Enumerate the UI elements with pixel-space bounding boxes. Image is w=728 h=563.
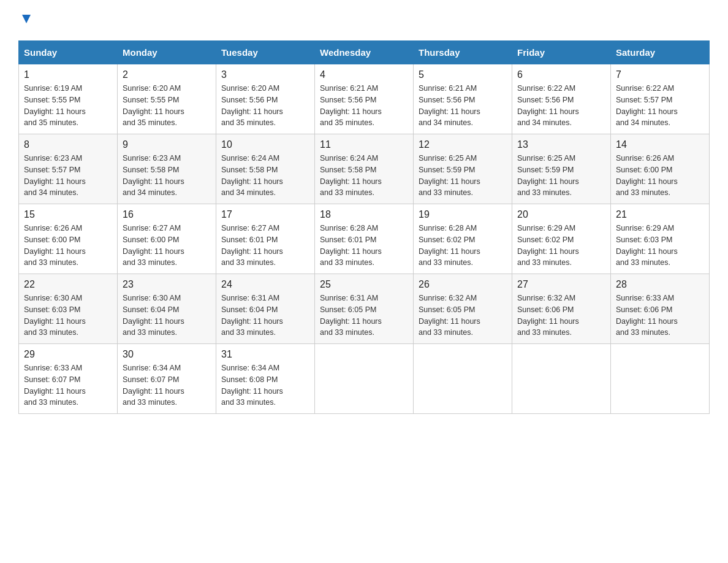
day-number: 8	[24, 139, 112, 150]
day-number: 14	[616, 139, 704, 150]
day-number: 6	[517, 69, 605, 80]
calendar-day-cell: 16Sunrise: 6:27 AMSunset: 6:00 PMDayligh…	[118, 204, 216, 274]
column-header-monday: Monday	[118, 41, 216, 64]
day-info: Sunrise: 6:28 AMSunset: 6:01 PMDaylight:…	[320, 223, 408, 269]
calendar-day-cell: 18Sunrise: 6:28 AMSunset: 6:01 PMDayligh…	[315, 204, 414, 274]
day-info: Sunrise: 6:22 AMSunset: 5:56 PMDaylight:…	[517, 83, 605, 129]
calendar-day-cell: 22Sunrise: 6:30 AMSunset: 6:03 PMDayligh…	[19, 274, 118, 344]
day-info: Sunrise: 6:34 AMSunset: 6:07 PMDaylight:…	[123, 362, 211, 408]
day-number: 17	[221, 209, 309, 220]
day-info: Sunrise: 6:31 AMSunset: 6:04 PMDaylight:…	[221, 293, 309, 339]
day-number: 29	[24, 349, 112, 360]
day-info: Sunrise: 6:28 AMSunset: 6:02 PMDaylight:…	[419, 223, 507, 269]
day-info: Sunrise: 6:20 AMSunset: 5:56 PMDaylight:…	[221, 83, 309, 129]
calendar-day-cell: 19Sunrise: 6:28 AMSunset: 6:02 PMDayligh…	[414, 204, 512, 274]
column-header-friday: Friday	[512, 41, 611, 64]
calendar-empty-cell	[414, 344, 512, 414]
day-info: Sunrise: 6:26 AMSunset: 6:00 PMDaylight:…	[616, 153, 704, 199]
column-header-thursday: Thursday	[414, 41, 512, 64]
calendar-day-cell: 27Sunrise: 6:32 AMSunset: 6:06 PMDayligh…	[512, 274, 611, 344]
day-number: 21	[616, 209, 704, 220]
day-info: Sunrise: 6:22 AMSunset: 5:57 PMDaylight:…	[616, 83, 704, 129]
calendar-day-cell: 28Sunrise: 6:33 AMSunset: 6:06 PMDayligh…	[611, 274, 710, 344]
day-info: Sunrise: 6:27 AMSunset: 6:01 PMDaylight:…	[221, 223, 309, 269]
day-number: 3	[221, 69, 309, 80]
calendar-week-row: 15Sunrise: 6:26 AMSunset: 6:00 PMDayligh…	[19, 204, 710, 274]
calendar-header-row: SundayMondayTuesdayWednesdayThursdayFrid…	[19, 41, 710, 64]
day-number: 5	[419, 69, 507, 80]
day-number: 10	[221, 139, 309, 150]
column-header-tuesday: Tuesday	[216, 41, 315, 64]
day-number: 25	[320, 279, 408, 290]
calendar-empty-cell	[611, 344, 710, 414]
svg-marker-0	[22, 15, 31, 23]
column-header-sunday: Sunday	[19, 41, 118, 64]
day-info: Sunrise: 6:20 AMSunset: 5:55 PMDaylight:…	[123, 83, 211, 129]
day-number: 11	[320, 139, 408, 150]
calendar-day-cell: 1Sunrise: 6:19 AMSunset: 5:55 PMDaylight…	[19, 64, 118, 134]
calendar-week-row: 29Sunrise: 6:33 AMSunset: 6:07 PMDayligh…	[19, 344, 710, 414]
calendar-day-cell: 9Sunrise: 6:23 AMSunset: 5:58 PMDaylight…	[118, 134, 216, 204]
calendar-day-cell: 2Sunrise: 6:20 AMSunset: 5:55 PMDaylight…	[118, 64, 216, 134]
day-info: Sunrise: 6:23 AMSunset: 5:57 PMDaylight:…	[24, 153, 112, 199]
calendar-week-row: 8Sunrise: 6:23 AMSunset: 5:57 PMDaylight…	[19, 134, 710, 204]
day-info: Sunrise: 6:32 AMSunset: 6:05 PMDaylight:…	[419, 293, 507, 339]
calendar-day-cell: 6Sunrise: 6:22 AMSunset: 5:56 PMDaylight…	[512, 64, 611, 134]
day-number: 19	[419, 209, 507, 220]
calendar-day-cell: 25Sunrise: 6:31 AMSunset: 6:05 PMDayligh…	[315, 274, 414, 344]
day-info: Sunrise: 6:29 AMSunset: 6:02 PMDaylight:…	[517, 223, 605, 269]
logo-triangle-icon	[20, 12, 33, 28]
calendar-week-row: 1Sunrise: 6:19 AMSunset: 5:55 PMDaylight…	[19, 64, 710, 134]
day-info: Sunrise: 6:25 AMSunset: 5:59 PMDaylight:…	[419, 153, 507, 199]
day-info: Sunrise: 6:33 AMSunset: 6:07 PMDaylight:…	[24, 362, 112, 408]
day-number: 31	[221, 349, 309, 360]
calendar-day-cell: 4Sunrise: 6:21 AMSunset: 5:56 PMDaylight…	[315, 64, 414, 134]
calendar-day-cell: 10Sunrise: 6:24 AMSunset: 5:58 PMDayligh…	[216, 134, 315, 204]
calendar-day-cell: 20Sunrise: 6:29 AMSunset: 6:02 PMDayligh…	[512, 204, 611, 274]
calendar-day-cell: 13Sunrise: 6:25 AMSunset: 5:59 PMDayligh…	[512, 134, 611, 204]
calendar-day-cell: 12Sunrise: 6:25 AMSunset: 5:59 PMDayligh…	[414, 134, 512, 204]
calendar-day-cell: 11Sunrise: 6:24 AMSunset: 5:58 PMDayligh…	[315, 134, 414, 204]
calendar-day-cell: 14Sunrise: 6:26 AMSunset: 6:00 PMDayligh…	[611, 134, 710, 204]
day-number: 7	[616, 69, 704, 80]
day-info: Sunrise: 6:21 AMSunset: 5:56 PMDaylight:…	[320, 83, 408, 129]
day-number: 24	[221, 279, 309, 290]
calendar-day-cell: 26Sunrise: 6:32 AMSunset: 6:05 PMDayligh…	[414, 274, 512, 344]
column-header-wednesday: Wednesday	[315, 41, 414, 64]
day-info: Sunrise: 6:31 AMSunset: 6:05 PMDaylight:…	[320, 293, 408, 339]
day-info: Sunrise: 6:33 AMSunset: 6:06 PMDaylight:…	[616, 293, 704, 339]
calendar-day-cell: 29Sunrise: 6:33 AMSunset: 6:07 PMDayligh…	[19, 344, 118, 414]
day-number: 23	[123, 279, 211, 290]
calendar-table: SundayMondayTuesdayWednesdayThursdayFrid…	[18, 40, 710, 414]
calendar-day-cell: 30Sunrise: 6:34 AMSunset: 6:07 PMDayligh…	[118, 344, 216, 414]
day-number: 4	[320, 69, 408, 80]
calendar-day-cell: 17Sunrise: 6:27 AMSunset: 6:01 PMDayligh…	[216, 204, 315, 274]
calendar-empty-cell	[315, 344, 414, 414]
calendar-day-cell: 24Sunrise: 6:31 AMSunset: 6:04 PMDayligh…	[216, 274, 315, 344]
logo	[18, 12, 33, 28]
day-info: Sunrise: 6:30 AMSunset: 6:03 PMDaylight:…	[24, 293, 112, 339]
day-number: 26	[419, 279, 507, 290]
day-number: 28	[616, 279, 704, 290]
day-info: Sunrise: 6:34 AMSunset: 6:08 PMDaylight:…	[221, 362, 309, 408]
calendar-day-cell: 21Sunrise: 6:29 AMSunset: 6:03 PMDayligh…	[611, 204, 710, 274]
day-number: 9	[123, 139, 211, 150]
calendar-day-cell: 3Sunrise: 6:20 AMSunset: 5:56 PMDaylight…	[216, 64, 315, 134]
day-info: Sunrise: 6:21 AMSunset: 5:56 PMDaylight:…	[419, 83, 507, 129]
day-info: Sunrise: 6:19 AMSunset: 5:55 PMDaylight:…	[24, 83, 112, 129]
column-header-saturday: Saturday	[611, 41, 710, 64]
day-info: Sunrise: 6:27 AMSunset: 6:00 PMDaylight:…	[123, 223, 211, 269]
day-info: Sunrise: 6:29 AMSunset: 6:03 PMDaylight:…	[616, 223, 704, 269]
calendar-day-cell: 23Sunrise: 6:30 AMSunset: 6:04 PMDayligh…	[118, 274, 216, 344]
calendar-day-cell: 8Sunrise: 6:23 AMSunset: 5:57 PMDaylight…	[19, 134, 118, 204]
day-number: 12	[419, 139, 507, 150]
day-info: Sunrise: 6:25 AMSunset: 5:59 PMDaylight:…	[517, 153, 605, 199]
day-number: 15	[24, 209, 112, 220]
day-number: 13	[517, 139, 605, 150]
day-number: 30	[123, 349, 211, 360]
day-info: Sunrise: 6:26 AMSunset: 6:00 PMDaylight:…	[24, 223, 112, 269]
day-number: 27	[517, 279, 605, 290]
day-info: Sunrise: 6:24 AMSunset: 5:58 PMDaylight:…	[320, 153, 408, 199]
calendar-day-cell: 5Sunrise: 6:21 AMSunset: 5:56 PMDaylight…	[414, 64, 512, 134]
day-number: 22	[24, 279, 112, 290]
